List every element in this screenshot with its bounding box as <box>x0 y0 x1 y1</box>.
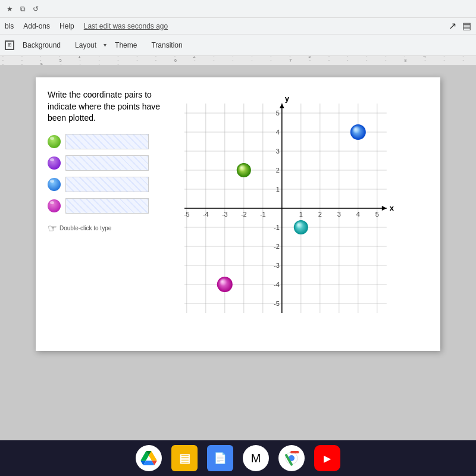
double-click-hint: ☞ Double-click to type <box>48 222 178 235</box>
title-bar-icons: ★ ⧉ ↺ <box>5 4 40 14</box>
answer-box-green[interactable] <box>65 134 149 149</box>
theme-button[interactable]: Theme <box>109 39 143 52</box>
left-panel: Write the coordinate pairs to indicate w… <box>48 89 178 339</box>
refresh-icon[interactable]: ↺ <box>31 4 40 14</box>
answer-box-pink[interactable] <box>65 198 149 214</box>
graph-area <box>184 89 428 339</box>
toolbar: ⊞ Background Layout ▾ Theme Transition <box>0 35 476 56</box>
star-icon[interactable]: ★ <box>5 4 14 14</box>
layout-container: Layout ▾ <box>69 39 107 52</box>
menu-addons[interactable]: Add-ons <box>23 22 50 30</box>
answer-box-purple[interactable] <box>65 155 149 171</box>
last-edit-label: Last edit was seconds ago <box>84 22 168 30</box>
menu-help[interactable]: Help <box>60 22 74 30</box>
answer-box-blue[interactable] <box>65 177 149 192</box>
answer-row-pink <box>48 198 178 214</box>
instructions-text: Write the coordinate pairs to indicate w… <box>48 89 178 124</box>
taskbar-youtube-icon[interactable]: ▶ <box>314 445 340 471</box>
green-dot <box>48 135 61 148</box>
slide: Write the coordinate pairs to indicate w… <box>36 77 440 351</box>
taskbar-chrome-icon[interactable] <box>278 445 305 471</box>
taskbar-slides-icon[interactable]: ▤ <box>171 445 198 471</box>
answer-row-blue <box>48 177 178 192</box>
background-button[interactable]: Background <box>17 39 67 52</box>
taskbar: ▤ 📄 M ▶ <box>0 440 476 476</box>
new-tab-icon[interactable]: ⧉ <box>18 4 27 14</box>
menu-bar-right: ↗ ▤ <box>449 20 471 32</box>
present-icon[interactable]: ▤ <box>462 20 471 32</box>
taskbar-gmail-icon[interactable]: M <box>243 445 269 471</box>
taskbar-docs-icon[interactable]: 📄 <box>207 445 233 471</box>
menu-bls[interactable]: bls <box>5 22 14 30</box>
pink-dot <box>48 199 61 212</box>
menu-bar: bls Add-ons Help Last edit was seconds a… <box>0 18 476 35</box>
ruler: · · · · 1 · · · · · 2 · · · · · 3 · · · … <box>0 56 476 65</box>
title-bar: ★ ⧉ ↺ <box>0 0 476 18</box>
purple-dot <box>48 156 61 170</box>
layout-button[interactable]: Layout <box>69 39 102 52</box>
hint-text: Double-click to type <box>60 225 111 231</box>
blue-dot <box>48 178 61 191</box>
main-area: Write the coordinate pairs to indicate w… <box>0 65 476 440</box>
trending-icon: ↗ <box>449 20 456 32</box>
slide-panel-toggle[interactable]: ⊞ <box>5 40 14 50</box>
answer-row-purple <box>48 155 178 171</box>
coordinate-graph <box>184 89 416 327</box>
transition-button[interactable]: Transition <box>145 39 188 52</box>
taskbar-drive-icon[interactable] <box>136 445 162 471</box>
answer-row-green <box>48 134 178 149</box>
layout-dropdown-icon[interactable]: ▾ <box>104 42 107 48</box>
